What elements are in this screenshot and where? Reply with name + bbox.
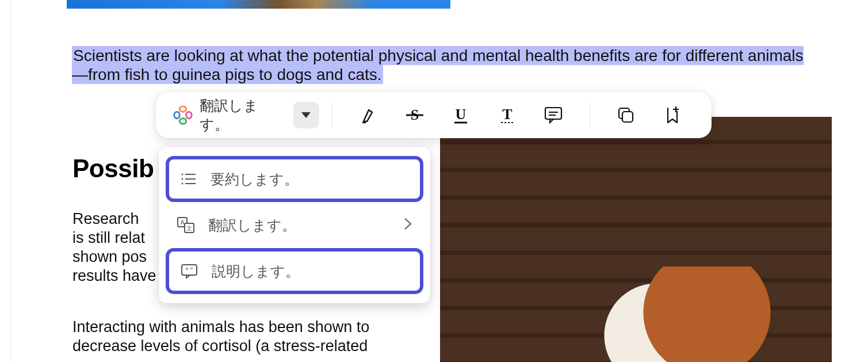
underline-button[interactable]: U — [446, 100, 476, 131]
bookmark-add-button[interactable] — [657, 100, 687, 131]
comment-button[interactable] — [538, 100, 569, 131]
document-page: Scientists are looking at what the poten… — [10, 0, 858, 362]
svg-text:文: 文 — [186, 225, 192, 231]
strikethrough-button[interactable]: S — [399, 100, 430, 131]
copy-button[interactable] — [611, 100, 641, 131]
dropdown-item-label: 翻訳します。 — [208, 216, 296, 235]
article-paragraph-2: Interacting with animals has been shown … — [72, 318, 412, 356]
dropdown-item-label: 説明します。 — [212, 262, 300, 281]
explain-icon: “ ” — [181, 264, 198, 279]
action-dropdown: 要約します。 A 文 翻訳します。 “ ” 説明します。 — [159, 147, 430, 303]
dropdown-item-explain[interactable]: “ ” 説明します。 — [166, 248, 423, 294]
comment-icon — [544, 106, 563, 124]
app-logo-icon — [172, 104, 194, 126]
selection-toolbar: 翻訳します。 S U T — [156, 92, 712, 138]
dropdown-item-translate[interactable]: A 文 翻訳します。 — [166, 204, 423, 246]
list-icon — [181, 172, 197, 186]
svg-rect-6 — [545, 108, 561, 119]
svg-text:A: A — [181, 219, 185, 226]
text-style-button[interactable]: T — [492, 100, 523, 131]
toolbar-translate-label: 翻訳します。 — [200, 96, 285, 134]
copy-icon — [617, 106, 635, 124]
bookmark-plus-icon — [663, 105, 682, 125]
translate-icon: A 文 — [177, 217, 194, 233]
dropdown-item-summarize[interactable]: 要約します。 — [166, 156, 423, 202]
dog-illustration — [555, 266, 808, 362]
separator — [590, 102, 590, 128]
svg-text:U: U — [456, 106, 466, 123]
svg-point-15 — [182, 178, 183, 180]
highlighter-icon — [360, 106, 377, 124]
selected-text[interactable]: Scientists are looking at what the poten… — [72, 46, 808, 84]
svg-rect-10 — [622, 112, 633, 122]
dropdown-item-label: 要約します。 — [211, 170, 299, 189]
highlight-button[interactable] — [353, 100, 384, 131]
article-image-dog — [440, 117, 832, 362]
article-heading: Possib — [72, 154, 154, 183]
svg-point-17 — [182, 183, 183, 185]
toolbar-dropdown-button[interactable] — [293, 102, 319, 128]
highlighted-span: Scientists are looking at what the poten… — [72, 46, 804, 84]
text-t-icon: T — [498, 106, 517, 124]
caret-down-icon — [301, 112, 311, 118]
svg-text:“ ”: “ ” — [186, 267, 193, 273]
underline-icon: U — [451, 106, 471, 124]
svg-text:T: T — [502, 106, 512, 123]
separator — [332, 102, 332, 128]
strikethrough-icon: S — [405, 106, 425, 124]
svg-point-13 — [182, 174, 183, 176]
chevron-right-icon — [404, 217, 412, 234]
article-image-top — [67, 0, 450, 9]
